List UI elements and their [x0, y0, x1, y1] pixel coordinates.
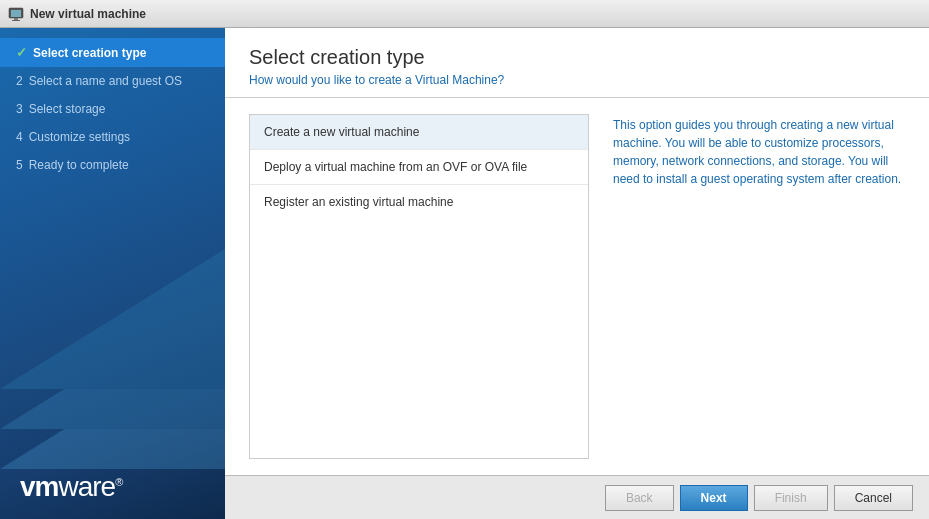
- vm-icon: [8, 6, 24, 22]
- check-icon-1: ✓: [16, 45, 27, 60]
- option-create-new-label: Create a new virtual machine: [264, 125, 419, 139]
- step-num-2: 2: [16, 74, 23, 88]
- svg-marker-6: [0, 249, 225, 389]
- svg-rect-3: [12, 20, 20, 21]
- logo-vm: vm: [20, 471, 58, 502]
- sidebar-step-2[interactable]: 2 Select a name and guest OS: [0, 67, 225, 95]
- option-deploy-ovf[interactable]: Deploy a virtual machine from an OVF or …: [250, 150, 588, 185]
- back-button[interactable]: Back: [605, 485, 674, 511]
- option-create-new[interactable]: Create a new virtual machine: [250, 115, 588, 150]
- page-title: Select creation type: [249, 46, 905, 69]
- step-3-label: Select storage: [29, 102, 106, 116]
- sidebar-step-1[interactable]: ✓ Select creation type: [0, 38, 225, 67]
- title-bar: New virtual machine: [0, 0, 929, 28]
- svg-rect-2: [14, 18, 18, 20]
- step-num-3: 3: [16, 102, 23, 116]
- description-panel: This option guides you through creating …: [613, 114, 905, 459]
- step-5-label: Ready to complete: [29, 158, 129, 172]
- window-title: New virtual machine: [30, 7, 146, 21]
- option-register-existing-label: Register an existing virtual machine: [264, 195, 453, 209]
- content-area: Select creation type How would you like …: [225, 28, 929, 519]
- step-1-label: Select creation type: [33, 46, 146, 60]
- main-container: ✓ Select creation type 2 Select a name a…: [0, 28, 929, 519]
- finish-button[interactable]: Finish: [754, 485, 828, 511]
- description-text: This option guides you through creating …: [613, 118, 901, 186]
- step-num-4: 4: [16, 130, 23, 144]
- option-deploy-ovf-label: Deploy a virtual machine from an OVF or …: [264, 160, 527, 174]
- logo-ware: ware: [58, 471, 115, 502]
- sidebar: ✓ Select creation type 2 Select a name a…: [0, 28, 225, 519]
- step-num-5: 5: [16, 158, 23, 172]
- sidebar-step-5[interactable]: 5 Ready to complete: [0, 151, 225, 179]
- sidebar-step-3[interactable]: 3 Select storage: [0, 95, 225, 123]
- content-header: Select creation type How would you like …: [225, 28, 929, 98]
- next-button[interactable]: Next: [680, 485, 748, 511]
- cancel-button[interactable]: Cancel: [834, 485, 913, 511]
- step-4-label: Customize settings: [29, 130, 130, 144]
- sidebar-step-4[interactable]: 4 Customize settings: [0, 123, 225, 151]
- logo-tm: ®: [115, 476, 122, 488]
- step-2-label: Select a name and guest OS: [29, 74, 182, 88]
- options-panel: Create a new virtual machine Deploy a vi…: [249, 114, 589, 459]
- option-register-existing[interactable]: Register an existing virtual machine: [250, 185, 588, 219]
- content-body: Create a new virtual machine Deploy a vi…: [225, 98, 929, 475]
- sidebar-decoration: [0, 249, 225, 469]
- footer: Back Next Finish Cancel: [225, 475, 929, 519]
- svg-rect-1: [11, 10, 21, 17]
- page-subtitle: How would you like to create a Virtual M…: [249, 73, 905, 87]
